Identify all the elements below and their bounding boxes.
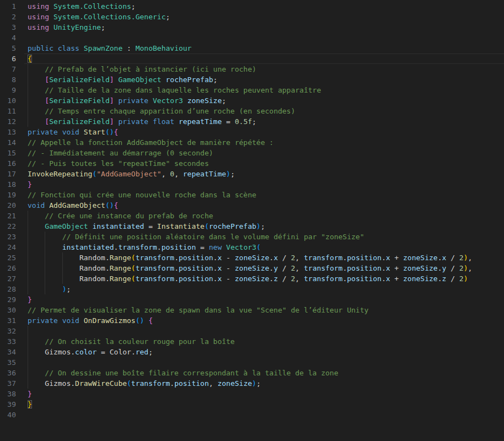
code-token: zoneSize: [403, 264, 438, 272]
indent-guide: [28, 273, 28, 284]
code-line[interactable]: 27 Random.Range(transform.position.x - z…: [0, 273, 504, 284]
code-line[interactable]: 5public class SpawnZone : MonoBehaviour: [0, 43, 504, 53]
code-line[interactable]: 22 GameObject instantiated = Instantiate…: [0, 221, 504, 232]
code-line[interactable]: 15// - Immédiatement au démarrage (0 sec…: [0, 148, 504, 158]
code-token: }: [28, 180, 32, 189]
code-line-content: // Permet de visualiser la zone de spawn…: [28, 305, 504, 315]
code-line[interactable]: 9 // Taille de la zone dans laquelle les…: [0, 85, 504, 95]
line-number: 21: [0, 211, 16, 221]
code-line[interactable]: 33 // On choisit la couleur rouge pour l…: [0, 336, 504, 347]
code-line[interactable]: 1using System.Collections;: [0, 1, 504, 12]
code-line[interactable]: 6{: [0, 53, 504, 64]
code-line-content: // On dessine une boîte filaire correspo…: [28, 368, 504, 378]
code-line[interactable]: 14// Appelle la fonction AddGameObject d…: [0, 137, 504, 148]
code-line[interactable]: 11 // Temps entre chaque apparition d’un…: [0, 106, 504, 116]
line-number: 8: [0, 74, 16, 85]
line-number: 18: [0, 179, 16, 190]
code-line[interactable]: 10 [SerializeField] private Vector3 zone…: [0, 95, 504, 106]
code-line[interactable]: 25 Random.Range(transform.position.x - z…: [0, 252, 504, 263]
indent-guide: [28, 232, 28, 242]
code-line[interactable]: 17InvokeRepeating("AddGameObject", 0, re…: [0, 169, 504, 179]
code-token: using: [28, 23, 49, 31]
code-token: .: [382, 275, 386, 283]
code-token: void: [62, 128, 79, 136]
code-line[interactable]: 35: [0, 357, 504, 368]
line-number: 1: [0, 1, 16, 12]
line-number: 17: [0, 169, 16, 179]
code-line-content: // - Immédiatement au démarrage (0 secon…: [28, 148, 504, 158]
code-line[interactable]: 38}: [0, 389, 504, 399]
code-token: repeatTime: [183, 170, 226, 178]
code-line[interactable]: 2using System.Collections.Generic;: [0, 12, 504, 22]
code-line-content: Random.Range(transform.position.x - zone…: [28, 252, 504, 263]
code-token: rochePrefab: [165, 76, 213, 84]
code-token: Range: [110, 264, 131, 272]
code-line[interactable]: 8 [SerializeField] GameObject rochePrefa…: [0, 74, 504, 85]
code-token: .: [174, 275, 179, 283]
code-token: SerializeField: [49, 117, 110, 126]
code-token: private: [118, 117, 148, 126]
code-line-content: private void OnDrawGizmos() {: [28, 315, 504, 326]
code-line[interactable]: 13private void Start(){: [0, 127, 504, 137]
code-line[interactable]: 28 );: [0, 284, 504, 294]
code-line-content: using System.Collections.Generic;: [28, 12, 504, 22]
code-line[interactable]: 3using UnityEngine;: [0, 22, 504, 33]
code-token: [49, 23, 53, 31]
code-token: [28, 212, 45, 220]
code-line[interactable]: 30// Permet de visualiser la zone de spa…: [0, 305, 504, 315]
code-token: ;: [131, 2, 136, 10]
code-token: "AddGameObject": [96, 170, 161, 178]
code-line[interactable]: 36 // On dessine une boîte filaire corre…: [0, 368, 504, 378]
code-token: y: [274, 264, 278, 272]
code-token: position: [179, 275, 213, 283]
code-token: Start: [84, 128, 105, 136]
code-line-content: [SerializeField] private Vector3 zoneSiz…: [28, 95, 504, 106]
code-token: (: [256, 243, 261, 251]
code-line[interactable]: 23 // Définit une position aléatoire dan…: [0, 232, 504, 242]
code-token: transform: [136, 275, 174, 283]
code-token: (): [105, 201, 114, 209]
code-token: Random: [79, 275, 105, 283]
code-line-content: {: [28, 53, 504, 64]
code-editor[interactable]: 1using System.Collections;2using System.…: [0, 0, 504, 441]
code-token: [49, 2, 53, 10]
code-line[interactable]: 32: [0, 326, 504, 336]
code-line[interactable]: 29}: [0, 294, 504, 305]
code-token: transform: [118, 243, 157, 251]
code-line[interactable]: 4: [0, 33, 504, 43]
code-token: [: [45, 117, 49, 126]
code-line[interactable]: 26 Random.Range(transform.position.x - z…: [0, 263, 504, 273]
indent-guide: [62, 252, 63, 263]
code-line[interactable]: 34 Gizmos.color = Color.red;: [0, 347, 504, 357]
code-line[interactable]: 40: [0, 410, 504, 420]
indent-guide: [28, 221, 28, 232]
code-line[interactable]: 20void AddGameObject(){: [0, 200, 504, 211]
line-number: 3: [0, 22, 16, 33]
code-token: (: [205, 222, 209, 230]
code-line[interactable]: 31private void OnDrawGizmos() {: [0, 315, 504, 326]
code-token: [28, 379, 45, 388]
code-line[interactable]: 39}: [0, 399, 504, 410]
code-token: [148, 117, 153, 126]
code-line[interactable]: 18}: [0, 179, 504, 190]
code-line[interactable]: 19// Fonction qui crée une nouvelle roch…: [0, 190, 504, 200]
code-line[interactable]: 37 Gizmos.DrawWireCube(transform.positio…: [0, 378, 504, 389]
code-line[interactable]: 12 [SerializeField] private float repeat…: [0, 116, 504, 127]
code-line[interactable]: 24 instantiated.transform.position = new…: [0, 242, 504, 252]
code-token: Range: [110, 254, 131, 262]
line-number: 29: [0, 294, 16, 305]
code-line[interactable]: 7 // Prefab de l’objet à instancier (ici…: [0, 64, 504, 74]
code-token: [222, 243, 226, 251]
code-token: -: [222, 275, 234, 283]
code-line[interactable]: 21 // Crée une instance du prefab de roc…: [0, 211, 504, 221]
code-token: // Appelle la fonction AddGameObject de …: [28, 138, 274, 147]
line-number: 19: [0, 190, 16, 200]
code-line-content: }: [28, 294, 504, 305]
code-token: zoneSize: [217, 379, 252, 388]
code-token: position: [179, 264, 213, 272]
code-token: x: [274, 254, 278, 262]
line-number: 26: [0, 263, 16, 273]
code-line-content: // Fonction qui crée une nouvelle roche …: [28, 190, 504, 200]
code-token: /: [446, 254, 459, 262]
code-line[interactable]: 16// - Puis toutes les "repeatTime" seco…: [0, 158, 504, 169]
